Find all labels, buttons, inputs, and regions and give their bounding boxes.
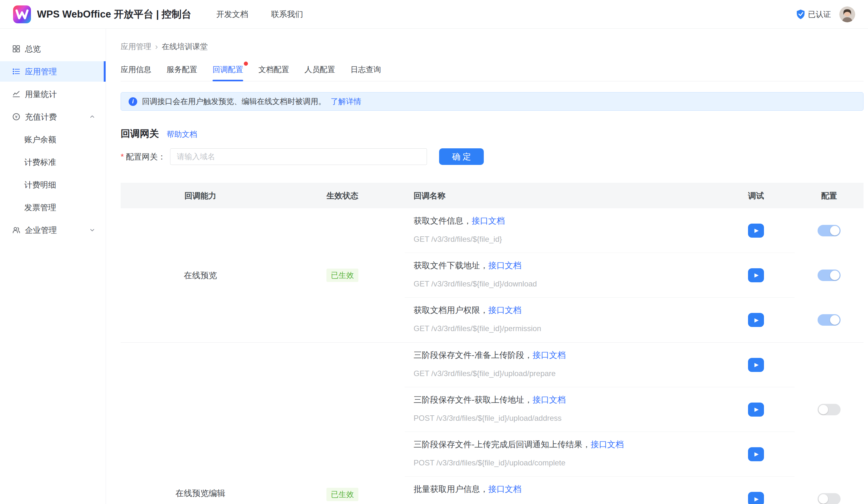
- gateway-label: 配置网关：: [126, 151, 166, 162]
- tab-callback-config[interactable]: 回调配置: [213, 64, 243, 81]
- breadcrumb: 应用管理 › 在线培训课堂: [121, 41, 864, 52]
- callback-url: GET /v3/3rd/files/${file_id}/upload/prep…: [414, 369, 717, 378]
- verified-badge[interactable]: 已认证: [796, 9, 831, 20]
- debug-play-button[interactable]: ▶: [748, 268, 764, 282]
- tab-service-config[interactable]: 服务配置: [167, 64, 197, 81]
- breadcrumb-app-management[interactable]: 应用管理: [121, 41, 151, 52]
- app-window: WPS WebOffice 开放平台 | 控制台 开发文档 联系我们 已认证: [0, 0, 868, 504]
- api-doc-link[interactable]: 接口文档: [488, 305, 521, 315]
- play-icon: ▶: [753, 317, 758, 324]
- callback-name: 三阶段保存文件-获取上传地址，接口文档: [414, 394, 717, 406]
- sidebar-item-usage-stats[interactable]: 用量统计: [0, 84, 106, 104]
- table-row: 三阶段保存文件-上传完成后回调通知上传结果，接口文档 POST /v3/3rd/…: [405, 432, 864, 476]
- callback-url: GET /v3/3rd/files/${file_id}/permission: [414, 324, 717, 333]
- sidebar-item-label: 计费标准: [24, 157, 56, 167]
- config-toggle[interactable]: [818, 225, 840, 237]
- callback-name: 批量获取用户信息，接口文档: [414, 484, 717, 495]
- help-doc-link[interactable]: 帮助文档: [167, 129, 197, 139]
- debug-play-button[interactable]: ▶: [748, 402, 764, 417]
- confirm-button[interactable]: 确 定: [439, 148, 484, 165]
- debug-play-button[interactable]: ▶: [748, 224, 764, 238]
- callback-url: GET /v3/3rd/files/${file_id}/download: [414, 280, 717, 288]
- table-row: 批量获取用户信息，接口文档 GET /v3/3rd/users ▶: [405, 476, 864, 504]
- learn-more-link[interactable]: 了解详情: [331, 96, 361, 106]
- user-avatar[interactable]: [839, 7, 855, 22]
- nav-contact-us[interactable]: 联系我们: [271, 9, 303, 20]
- tab-staff-config[interactable]: 人员配置: [304, 64, 335, 81]
- sidebar-item-label: 企业管理: [25, 225, 57, 235]
- col-status: 生效状态: [280, 190, 405, 201]
- debug-play-button[interactable]: ▶: [748, 358, 764, 372]
- debug-play-button[interactable]: ▶: [748, 313, 764, 327]
- table-row: 三阶段保存文件-获取上传地址，接口文档 POST /v3/3rd/files/$…: [405, 387, 864, 432]
- capability-label: 在线预览编辑: [176, 488, 225, 499]
- banner-text: 回调接口会在用户触发预览、编辑在线文档时被调用。: [142, 96, 326, 106]
- table-group-online-preview-edit: 在线预览编辑 已生效 三阶段保存文件-准备上传阶段，接口文档 GET /v3/3…: [121, 342, 864, 504]
- shield-check-icon: [796, 9, 805, 20]
- callback-url: POST /v3/3rd/files/${file_id}/upload/com…: [414, 458, 717, 467]
- config-toggle[interactable]: [818, 270, 840, 281]
- col-debug: 调试: [717, 190, 795, 201]
- capability-label: 在线预览: [184, 271, 217, 280]
- debug-play-button[interactable]: ▶: [748, 447, 764, 461]
- sidebar-item-overview[interactable]: 总览: [0, 39, 106, 59]
- table-row: 三阶段保存文件-准备上传阶段，接口文档 GET /v3/3rd/files/${…: [405, 343, 864, 387]
- config-toggle[interactable]: [818, 314, 840, 326]
- chart-icon: [12, 90, 20, 98]
- api-doc-link[interactable]: 接口文档: [472, 216, 505, 225]
- header-right: 已认证: [796, 7, 855, 22]
- red-dot-badge: [244, 62, 248, 66]
- sidebar-item-label: 账户余额: [24, 134, 56, 145]
- wps-logo-icon: [13, 5, 31, 24]
- sidebar-item-billing[interactable]: ¥ 充值计费: [0, 106, 106, 127]
- tab-doc-config[interactable]: 文档配置: [258, 64, 289, 81]
- play-icon: ▶: [753, 272, 758, 279]
- status-badge: 已生效: [327, 488, 358, 501]
- grid-icon: [12, 45, 20, 53]
- nav-dev-docs[interactable]: 开发文档: [216, 9, 248, 20]
- debug-play-button[interactable]: ▶: [748, 492, 764, 504]
- sidebar-item-enterprise[interactable]: 企业管理: [0, 220, 106, 240]
- callback-name: 三阶段保存文件-上传完成后回调通知上传结果，接口文档: [414, 439, 717, 450]
- play-icon: ▶: [753, 406, 758, 413]
- breadcrumb-separator: ›: [155, 42, 158, 52]
- play-icon: ▶: [753, 496, 758, 502]
- api-doc-link[interactable]: 接口文档: [488, 484, 521, 494]
- sidebar-subitem-billing-detail[interactable]: 计费明细: [0, 175, 106, 195]
- tab-log-query[interactable]: 日志查询: [350, 64, 381, 81]
- config-toggle[interactable]: [818, 404, 840, 415]
- api-doc-link[interactable]: 接口文档: [488, 261, 521, 270]
- gateway-domain-input[interactable]: [170, 148, 427, 165]
- sidebar-item-app-management[interactable]: 应用管理: [0, 61, 106, 82]
- sidebar-item-label: 充值计费: [25, 112, 57, 122]
- chevron-down-icon: [90, 228, 95, 232]
- table-row: 获取文件信息，接口文档 GET /v3/3rd/files/${file_id}…: [405, 208, 864, 253]
- api-doc-link[interactable]: 接口文档: [591, 440, 624, 449]
- callback-name: 获取文件信息，接口文档: [414, 215, 717, 227]
- callback-url: POST /v3/3rd/files/${file_id}/upload/add…: [414, 414, 717, 423]
- breadcrumb-current: 在线培训课堂: [162, 41, 208, 52]
- status-badge: 已生效: [327, 269, 358, 282]
- tab-app-info[interactable]: 应用信息: [121, 64, 151, 81]
- people-icon: [12, 226, 20, 234]
- callback-table: 回调能力 生效状态 回调名称 调试 配置 在线预览 已生效 获取文件信息，接: [121, 183, 864, 504]
- sidebar-subitem-billing-standard[interactable]: 计费标准: [0, 152, 106, 172]
- api-doc-link[interactable]: 接口文档: [533, 395, 566, 405]
- play-icon: ▶: [753, 361, 758, 368]
- callback-url: GET /v3/3rd/files/${file_id}: [414, 235, 717, 244]
- sidebar-subitem-invoice-management[interactable]: 发票管理: [0, 197, 106, 218]
- api-doc-link[interactable]: 接口文档: [533, 350, 566, 360]
- list-icon: [12, 67, 20, 76]
- table-group-online-preview: 在线预览 已生效 获取文件信息，接口文档 GET /v3/3rd/files/$…: [121, 208, 864, 342]
- required-asterisk: *: [121, 152, 124, 162]
- callback-name: 三阶段保存文件-准备上传阶段，接口文档: [414, 350, 717, 361]
- top-header: WPS WebOffice 开放平台 | 控制台 开发文档 联系我们 已认证: [0, 0, 868, 29]
- gateway-form: * 配置网关： 确 定: [121, 148, 864, 165]
- col-name: 回调名称: [405, 190, 717, 201]
- sidebar-subitem-account-balance[interactable]: 账户余额: [0, 129, 106, 150]
- col-capability: 回调能力: [121, 190, 280, 201]
- sidebar-item-label: 计费明细: [24, 180, 56, 190]
- config-toggle[interactable]: [818, 493, 840, 504]
- info-icon: i: [128, 97, 137, 106]
- play-icon: ▶: [753, 227, 758, 234]
